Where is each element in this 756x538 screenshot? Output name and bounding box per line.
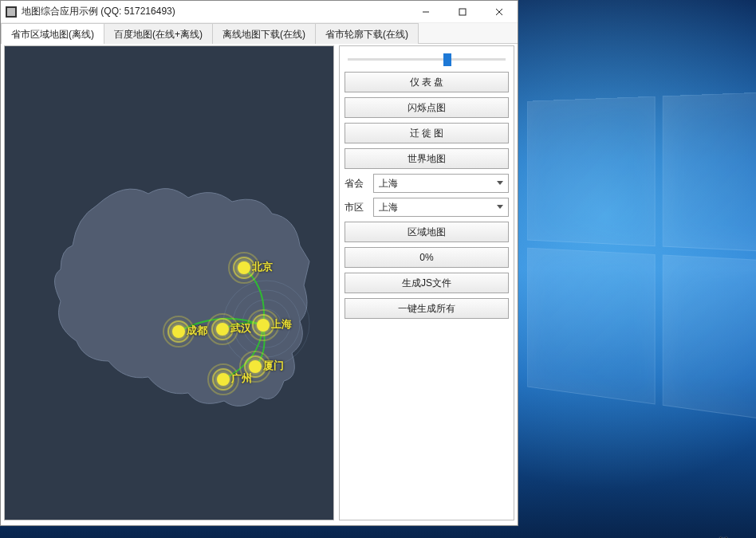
map-panel[interactable]: 北京上海武汉成都广州厦门: [4, 45, 334, 520]
chevron-down-icon: [497, 205, 503, 209]
map-node-label: 上海: [271, 317, 292, 332]
map-node[interactable]: [172, 325, 185, 338]
tab-baidu[interactable]: 百度地图(在线+离线): [104, 23, 213, 44]
genall-button[interactable]: 一键生成所有: [345, 298, 509, 319]
worldmap-button[interactable]: 世界地图: [345, 148, 509, 169]
minimize-button[interactable]: [408, 1, 444, 23]
province-row: 省会 上海: [345, 174, 509, 193]
chevron-down-icon: [497, 181, 503, 185]
slider-thumb[interactable]: [443, 53, 451, 66]
tab-download-offline[interactable]: 离线地图下载(在线): [212, 23, 316, 44]
side-panel: 仪 表 盘 闪烁点图 迁 徙 图 世界地图 省会 上海 市区 上海 区域地图 0…: [339, 45, 514, 520]
app-window: 地图综合应用示例 (QQ: 517216493) 省市区域地图(离线) 百度地图…: [0, 0, 518, 526]
genjs-button[interactable]: 生成JS文件: [345, 273, 509, 293]
province-label: 省会: [345, 177, 368, 190]
tab-bar: 省市区域地图(离线) 百度地图(在线+离线) 离线地图下载(在线) 省市轮廓下载…: [1, 23, 518, 44]
map-node[interactable]: [249, 360, 262, 373]
map-node[interactable]: [217, 373, 230, 386]
resize-handle-icon[interactable]: ↔: [716, 530, 732, 538]
city-select[interactable]: 上海: [373, 198, 509, 217]
map-node[interactable]: [257, 319, 270, 332]
map-node-label: 成都: [187, 324, 207, 338]
map-node-label: 北京: [252, 260, 273, 274]
svg-rect-1: [459, 9, 466, 15]
map-node-label: 武汉: [230, 321, 251, 336]
tab-province-offline[interactable]: 省市区域地图(离线): [1, 23, 104, 44]
window-title: 地图综合应用示例 (QQ: 517216493): [22, 5, 408, 18]
zoom-slider[interactable]: [345, 51, 509, 67]
flashdot-button[interactable]: 闪烁点图: [345, 97, 509, 118]
city-row: 市区 上海: [345, 198, 509, 217]
map-node[interactable]: [238, 261, 250, 274]
tab-download-outline[interactable]: 省市轮廓下载(在线): [315, 23, 419, 44]
dashboard-button[interactable]: 仪 表 盘: [345, 72, 509, 92]
map-node[interactable]: [216, 323, 229, 336]
title-bar[interactable]: 地图综合应用示例 (QQ: 517216493): [1, 1, 518, 23]
map-node-label: 厦门: [263, 359, 284, 373]
app-icon: [6, 6, 17, 18]
regionmap-button[interactable]: 区域地图: [345, 222, 509, 242]
province-select[interactable]: 上海: [373, 174, 509, 193]
content-area: 北京上海武汉成都广州厦门 仪 表 盘 闪烁点图 迁 徙 图 世界地图 省会 上海…: [4, 45, 514, 520]
china-map: [29, 174, 324, 413]
desktop-windows-logo: [527, 89, 756, 456]
migration-button[interactable]: 迁 徙 图: [345, 123, 509, 143]
progress-button[interactable]: 0%: [345, 247, 509, 268]
city-label: 市区: [345, 201, 368, 214]
close-button[interactable]: [481, 1, 518, 23]
maximize-button[interactable]: [444, 1, 481, 23]
